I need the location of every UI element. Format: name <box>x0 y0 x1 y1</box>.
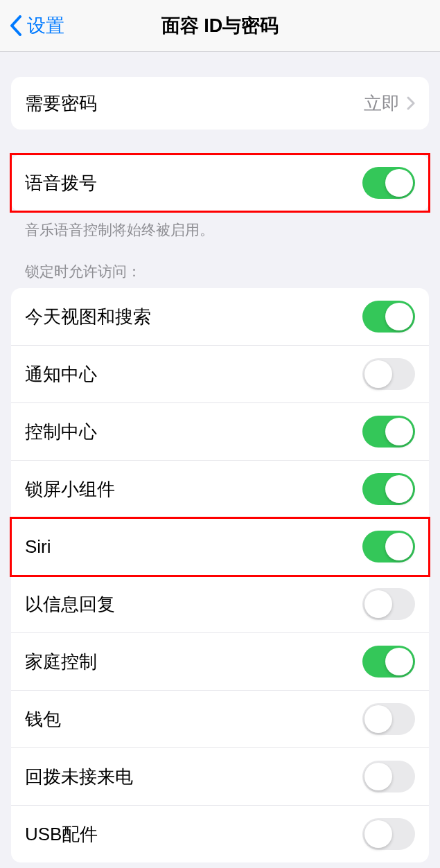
lock-access-row: 回拨未接来电 <box>11 748 429 806</box>
toggle-knob <box>364 820 392 848</box>
toggle-knob <box>364 590 392 618</box>
lock-access-label: 回拨未接来电 <box>25 765 133 789</box>
lock-access-row: 控制中心 <box>11 403 429 461</box>
lock-access-row: 家庭控制 <box>11 633 429 691</box>
lock-access-row: 以信息回复 <box>11 576 429 633</box>
toggle-knob <box>385 533 413 560</box>
lock-access-toggle[interactable] <box>362 473 415 505</box>
back-button[interactable]: 设置 <box>0 13 64 38</box>
lock-access-header: 锁定时允许访问： <box>11 240 429 288</box>
back-label: 设置 <box>27 13 64 38</box>
toggle-knob <box>364 763 392 790</box>
navigation-bar: 设置 面容 ID与密码 <box>0 0 440 52</box>
lock-access-row: 通知中心 <box>11 346 429 403</box>
voice-dial-row: 语音拨号 <box>11 154 429 211</box>
lock-access-toggle[interactable] <box>362 588 415 620</box>
require-passcode-value: 立即 <box>364 91 400 116</box>
lock-access-label: 控制中心 <box>25 420 97 444</box>
lock-access-toggle[interactable] <box>362 646 415 677</box>
toggle-knob <box>385 418 413 445</box>
lock-access-label: 钱包 <box>25 707 61 732</box>
lock-access-label: 锁屏小组件 <box>25 477 115 502</box>
lock-access-toggle[interactable] <box>362 531 415 563</box>
voice-dial-label: 语音拨号 <box>25 171 97 195</box>
lock-access-group: 今天视图和搜索通知中心控制中心锁屏小组件Siri以信息回复家庭控制钱包回拨未接来… <box>11 288 429 862</box>
lock-access-row: 钱包 <box>11 691 429 748</box>
lock-access-row: 今天视图和搜索 <box>11 288 429 346</box>
toggle-knob <box>385 303 413 330</box>
lock-access-row: Siri <box>11 518 429 576</box>
toggle-knob <box>385 475 413 503</box>
voice-dial-toggle[interactable] <box>362 167 415 199</box>
toggle-knob <box>364 705 392 733</box>
lock-access-label: Siri <box>25 536 51 558</box>
toggle-knob <box>385 169 413 197</box>
lock-access-label: USB配件 <box>25 822 98 847</box>
lock-access-toggle[interactable] <box>362 703 415 735</box>
require-passcode-label: 需要密码 <box>25 91 97 116</box>
lock-access-row: USB配件 <box>11 806 429 862</box>
require-passcode-row[interactable]: 需要密码 立即 <box>11 77 429 130</box>
lock-access-footer: iPhone锁定超过一小时后，需先解锁iPhone才能允许USB配件连接。 <box>11 862 429 868</box>
passcode-group: 需要密码 立即 <box>11 77 429 130</box>
voice-dial-group: 语音拨号 <box>11 154 429 211</box>
lock-access-label: 通知中心 <box>25 362 97 387</box>
lock-access-toggle[interactable] <box>362 358 415 390</box>
chevron-left-icon <box>10 15 21 36</box>
page-title: 面容 ID与密码 <box>0 13 440 38</box>
lock-access-label: 家庭控制 <box>25 650 97 674</box>
toggle-knob <box>364 360 392 388</box>
lock-access-row: 锁屏小组件 <box>11 461 429 518</box>
lock-access-toggle[interactable] <box>362 818 415 850</box>
lock-access-label: 今天视图和搜索 <box>25 305 151 329</box>
voice-dial-footer: 音乐语音控制将始终被启用。 <box>11 211 429 240</box>
lock-access-toggle[interactable] <box>362 761 415 792</box>
lock-access-toggle[interactable] <box>362 301 415 333</box>
lock-access-toggle[interactable] <box>362 416 415 448</box>
chevron-right-icon <box>407 96 415 110</box>
lock-access-label: 以信息回复 <box>25 592 115 617</box>
toggle-knob <box>385 648 413 675</box>
